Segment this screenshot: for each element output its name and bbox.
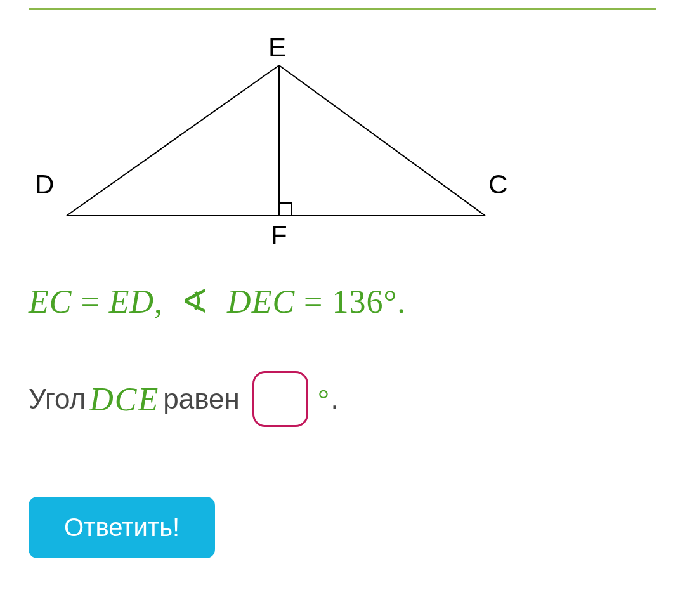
- question-row: Угол DCE равен °.: [29, 371, 656, 427]
- question-word-angle: Угол: [29, 383, 86, 415]
- given-angle-name: DEC: [227, 284, 295, 320]
- svg-line-2: [279, 65, 485, 216]
- given-comma: ,: [154, 284, 163, 320]
- given-eq2: =: [304, 284, 323, 320]
- question-degree: °: [317, 383, 329, 416]
- vertex-label-e: E: [268, 32, 286, 63]
- vertex-label-d: D: [35, 169, 54, 200]
- question-period: .: [330, 383, 338, 415]
- given-degree: °: [383, 284, 397, 320]
- given-eq1: =: [81, 284, 100, 320]
- vertex-label-f: F: [271, 220, 287, 251]
- svg-line-1: [67, 65, 279, 216]
- question-angle-var: DCE: [89, 381, 159, 418]
- vertex-label-c: C: [488, 169, 507, 200]
- triangle-diagram: E D C F: [29, 29, 511, 251]
- angle-symbol: ∢: [181, 284, 209, 320]
- submit-button[interactable]: Ответить!: [29, 497, 215, 558]
- given-angle-value: 136: [332, 284, 383, 320]
- answer-input[interactable]: [252, 371, 308, 427]
- divider-top: [29, 8, 656, 10]
- question-word-equals: равен: [163, 383, 240, 415]
- given-statement: EC = ED, ∢ DEC = 136°.: [29, 282, 656, 320]
- given-seg1: EC: [29, 284, 72, 320]
- given-seg2: ED: [109, 284, 154, 320]
- given-period: .: [397, 284, 406, 320]
